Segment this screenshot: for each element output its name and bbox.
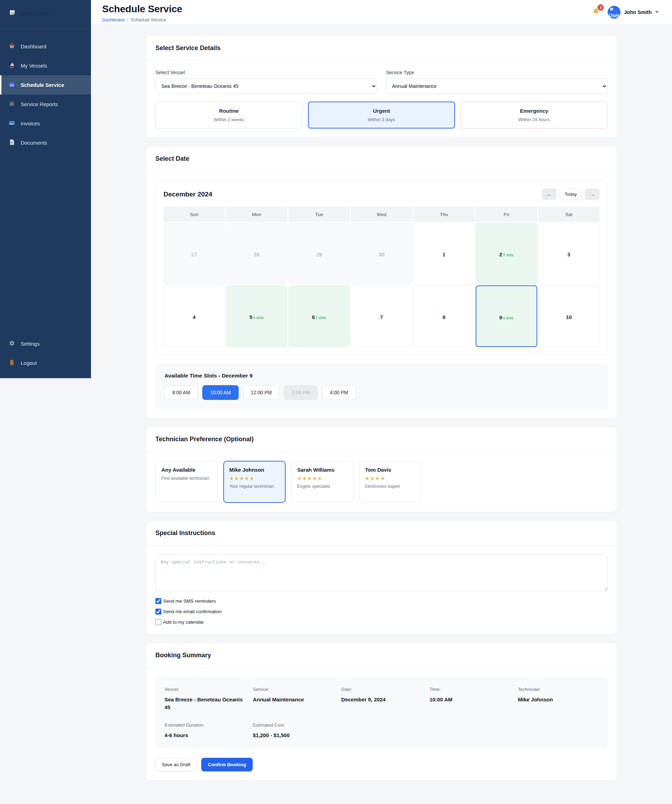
calendar-day[interactable]: 8 — [413, 285, 475, 347]
breadcrumb-current: Schedule Service — [130, 17, 166, 23]
technician-option-mike-johnson[interactable]: Mike Johnson ★★★★★ Your regular technici… — [223, 461, 285, 503]
service-type-select[interactable]: Annual Maintenance — [386, 78, 608, 94]
technician-option-sarah-williams[interactable]: Sarah Williams ★★★★★ Engine specialist — [291, 461, 354, 503]
avatar: User — [608, 6, 621, 18]
day-header: Sat — [538, 207, 600, 222]
email-confirmation-option[interactable]: Send me email confirmation — [155, 609, 608, 614]
priority-emergency[interactable]: Emergency Within 24 hours — [461, 101, 608, 129]
time-slots-heading: Available Time Slots - December 9 — [165, 373, 599, 379]
house-icon — [8, 42, 15, 51]
sidebar-item-logout[interactable]: Logout — [0, 353, 91, 373]
summary-service: Service: Annual Maintenance — [253, 687, 333, 711]
topbar-right: 3 User John Smith — [591, 6, 659, 18]
calendar-day: 30 — [351, 223, 412, 284]
app-logo-text: HarborSmith — [19, 10, 50, 17]
summary-duration: Estimated Duration: 4-6 hours — [165, 722, 245, 739]
sidebar-item-documents[interactable]: Documents — [0, 133, 91, 152]
service-details-card: Select Service Details Select Vessel Sea… — [146, 36, 617, 137]
sidebar-footer: Settings Logout — [0, 334, 91, 373]
time-slot-button-disabled: 2:00 PM — [284, 385, 318, 400]
calendar-day[interactable]: 7 — [351, 285, 412, 347]
priority-urgent[interactable]: Urgent Within 3 days — [308, 101, 455, 129]
topbar: Schedule Service Dashboard/Schedule Serv… — [91, 0, 672, 25]
booking-summary-panel: Vessel: Sea Breeze - Beneteau Oceanis 45… — [155, 677, 608, 748]
door-icon — [8, 359, 15, 367]
sidebar-item-label: Schedule Service — [21, 82, 64, 88]
app-logo: HarborSmith — [0, 0, 91, 29]
priority-routine[interactable]: Routine Within 2 weeks — [155, 101, 302, 129]
add-to-calendar-label: Add to my calendar — [163, 619, 204, 625]
day-header: Tue — [289, 207, 350, 222]
sidebar: HarborSmith Dashboard My Vessels Schedul… — [0, 0, 91, 378]
user-menu[interactable]: User John Smith — [608, 6, 659, 18]
calendar-day-selected[interactable]: 94 slots — [476, 285, 537, 347]
special-instructions-input[interactable] — [155, 555, 608, 591]
calendar-day[interactable]: 4 — [163, 285, 225, 347]
technician-option-tom-davis[interactable]: Tom Davis ★★★★ Electronics expert — [359, 461, 421, 503]
document-icon — [8, 139, 15, 147]
calendar-day: 27 — [163, 223, 225, 284]
calendar-today-button[interactable]: Today — [559, 188, 582, 200]
technician-option-any[interactable]: Any Available First available technician — [155, 461, 218, 503]
time-slot-button[interactable]: 4:00 PM — [322, 385, 356, 400]
save-draft-button[interactable]: Save as Draft — [155, 758, 197, 771]
booking-summary-card: Booking Summary Vessel: Sea Breeze - Ben… — [146, 643, 617, 781]
add-to-calendar-option[interactable]: Add to my calendar — [155, 619, 608, 625]
calendar-day[interactable]: 10 — [538, 285, 600, 347]
avatar-alt-text: User — [608, 13, 620, 18]
sms-reminders-checkbox[interactable] — [155, 598, 161, 604]
bell-icon — [592, 11, 600, 17]
time-slot-button-selected[interactable]: 10:00 AM — [202, 385, 238, 400]
summary-vessel: Vessel: Sea Breeze - Beneteau Oceanis 45 — [165, 687, 245, 711]
chevron-down-icon — [655, 11, 659, 13]
summary-time: Time: 10:00 AM — [429, 687, 510, 711]
summary-date: Date: December 9, 2024 — [341, 687, 422, 711]
calendar-prev-button[interactable]: ← — [542, 188, 556, 200]
calendar-next-button[interactable]: → — [585, 188, 600, 200]
special-instructions-card: Special Instructions Send me SMS reminde… — [146, 521, 617, 634]
time-slots-panel: Available Time Slots - December 9 8:00 A… — [155, 363, 608, 409]
service-details-title: Select Service Details — [146, 36, 617, 60]
booking-summary-title: Booking Summary — [146, 643, 617, 668]
special-instructions-title: Special Instructions — [146, 521, 617, 546]
calendar-day[interactable]: 62 slots — [289, 285, 350, 347]
breadcrumb-dashboard-link[interactable]: Dashboard — [102, 17, 125, 23]
calendar-day[interactable]: 55 slots — [226, 285, 287, 347]
calendar-day[interactable]: 3 — [538, 223, 600, 284]
select-date-card: Select Date December 2024 ← Today → Sun … — [146, 147, 617, 418]
calendar: December 2024 ← Today → Sun Mon Tue Wed … — [155, 180, 608, 355]
sidebar-item-dashboard[interactable]: Dashboard — [0, 37, 91, 56]
calendar-day: 28 — [226, 223, 287, 284]
vessel-label: Select Vessel — [155, 70, 377, 75]
calendar-day[interactable]: 23 slots — [476, 223, 537, 284]
star-rating: ★★★★★ — [297, 476, 347, 481]
vessel-field-group: Select Vessel Sea Breeze - Beneteau Ocea… — [155, 70, 377, 94]
calendar-day: 29 — [289, 223, 350, 284]
vessel-select[interactable]: Sea Breeze - Beneteau Oceanis 45 — [155, 78, 377, 94]
sidebar-item-label: Dashboard — [21, 44, 46, 49]
calendar-controls: ← Today → — [542, 188, 600, 200]
star-rating: ★★★★ — [365, 476, 416, 481]
sidebar-item-invoices[interactable]: Invoices — [0, 114, 91, 133]
sidebar-item-schedule-service[interactable]: Schedule Service — [0, 75, 91, 95]
star-rating: ★★★★★ — [229, 476, 280, 481]
sidebar-item-service-reports[interactable]: Service Reports — [0, 95, 91, 114]
add-to-calendar-checkbox[interactable] — [155, 619, 161, 625]
calendar-day[interactable]: 1 — [413, 223, 475, 284]
confirm-booking-button[interactable]: Confirm Booking — [201, 758, 253, 771]
email-confirmation-checkbox[interactable] — [155, 609, 161, 614]
day-header: Mon — [226, 207, 287, 222]
time-slot-button[interactable]: 12:00 PM — [243, 385, 280, 400]
gear-icon — [8, 340, 15, 348]
day-header: Sun — [163, 207, 225, 222]
notifications-button[interactable]: 3 — [591, 7, 600, 18]
calendar-month-label: December 2024 — [163, 191, 212, 198]
email-confirmation-label: Send me email confirmation — [163, 609, 222, 614]
sidebar-item-label: My Vessels — [21, 63, 47, 68]
sidebar-item-my-vessels[interactable]: My Vessels — [0, 56, 91, 75]
sidebar-item-settings[interactable]: Settings — [0, 334, 91, 353]
day-header: Fri — [476, 207, 537, 222]
time-slot-button[interactable]: 8:00 AM — [165, 385, 198, 400]
sms-reminders-option[interactable]: Send me SMS reminders — [155, 598, 608, 604]
technician-title: Technician Preference (Optional) — [146, 427, 617, 452]
